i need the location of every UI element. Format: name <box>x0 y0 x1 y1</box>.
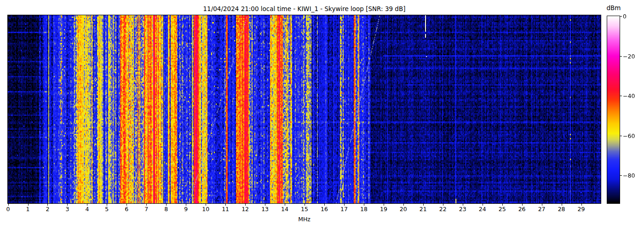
x-tick-label: 28 <box>558 206 565 213</box>
x-tick-label: 26 <box>518 206 526 213</box>
x-tick-label: 4 <box>85 206 89 213</box>
x-tick-label: 0 <box>6 206 10 213</box>
plot-title: 11/04/2024 21:00 local time - KIWI_1 - S… <box>8 5 601 12</box>
x-tick-label: 10 <box>202 206 209 213</box>
colorbar-tick-mark <box>620 96 622 96</box>
colorbar-tick-label: −20 <box>623 52 635 59</box>
x-tick-label: 15 <box>301 206 308 213</box>
x-tick-label: 9 <box>184 206 188 213</box>
x-tick-label: 13 <box>261 206 269 213</box>
x-tick-label: 23 <box>459 206 466 213</box>
x-tick-label: 20 <box>400 206 407 213</box>
x-tick-label: 6 <box>125 206 128 213</box>
colorbar-tick-mark <box>620 16 622 17</box>
x-axis-label: MHz <box>8 216 601 223</box>
x-tick-label: 1 <box>26 206 30 213</box>
colorbar-label: dBm <box>600 4 627 12</box>
x-tick-label: 5 <box>105 206 109 213</box>
colorbar-tick-label: −80 <box>623 172 635 179</box>
x-tick-label: 2 <box>46 206 49 213</box>
x-tick-label: 14 <box>281 206 288 213</box>
x-tick-label: 7 <box>144 206 148 213</box>
x-tick-label: 19 <box>380 206 387 213</box>
x-tick-label: 12 <box>242 206 249 213</box>
x-tick-label: 21 <box>420 206 427 213</box>
colorbar-tick-mark <box>620 136 622 136</box>
colorbar-tick-label: −40 <box>623 92 635 99</box>
colorbar-tick-label: 0 <box>623 13 627 20</box>
waterfall-heatmap <box>8 15 601 203</box>
colorbar-tick-mark <box>620 175 622 176</box>
x-tick-label: 18 <box>360 206 368 213</box>
x-tick-label: 3 <box>65 206 69 213</box>
x-tick-label: 29 <box>578 206 585 213</box>
spectrogram-figure: 11/04/2024 21:00 local time - KIWI_1 - S… <box>0 0 644 230</box>
colorbar <box>607 16 620 203</box>
x-tick-label: 22 <box>439 206 447 213</box>
colorbar-tick-label: −60 <box>623 132 635 139</box>
x-tick-label: 25 <box>499 206 506 213</box>
colorbar-tick-mark <box>620 56 622 57</box>
x-tick-label: 24 <box>479 206 486 213</box>
x-tick-label: 27 <box>538 206 546 213</box>
x-tick-label: 16 <box>321 206 328 213</box>
x-tick-label: 8 <box>164 206 168 213</box>
x-tick-label: 11 <box>222 206 229 213</box>
x-tick-label: 17 <box>340 206 348 213</box>
